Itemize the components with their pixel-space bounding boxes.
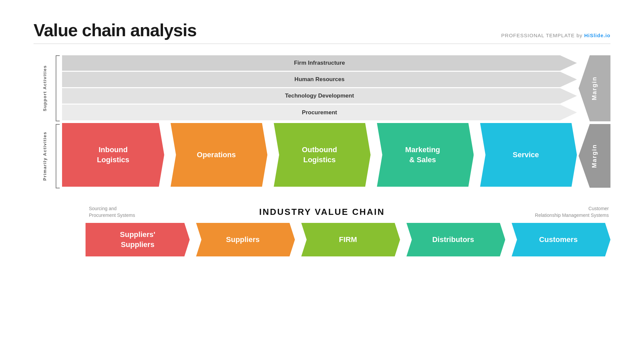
chart-main: Firm Infrastructure Human Resources Tech… [62, 55, 577, 188]
primary-bracket [56, 124, 60, 188]
ic-box-2: Suppliers [191, 223, 295, 256]
support-row-3: Technology Development [62, 88, 577, 104]
support-row-2: Human Resources [62, 72, 577, 87]
primary-box-2-text: Operations [197, 150, 236, 160]
primary-box-1-text: InboundLogistics [97, 145, 129, 165]
support-row-1: Firm Infrastructure [62, 55, 577, 71]
ic-box-5: Customers [506, 223, 610, 256]
primary-bracket-bottom [56, 185, 60, 188]
primary-box-4: Marketing& Sales [372, 123, 474, 187]
support-bracket [56, 55, 60, 121]
support-row-4: Procurement [62, 105, 577, 120]
label-spacer [34, 121, 60, 124]
value-chain-diagram: Support Activities Primarily Activities [34, 55, 610, 188]
header: Value chain analysis PROFESSIONAL TEMPLA… [34, 20, 610, 44]
support-label-section: Support Activities [34, 55, 60, 121]
primary-box-3: OutboundLogistics [268, 123, 371, 187]
industry-labels-row: Sourcing andProcurement Systems INDUSTRY… [34, 205, 610, 220]
crm-label: CustomerRelationship Management Systems [535, 205, 609, 219]
primary-label-section: Primarily Activities [34, 124, 60, 188]
primary-bracket-middle [56, 127, 56, 185]
industry-title: INDUSTRY VALUE CHAIN [259, 207, 385, 217]
template-link[interactable]: HiSlide.io [584, 33, 610, 38]
support-row-1-text: Firm Infrastructure [294, 60, 345, 66]
primary-bracket-top [56, 124, 60, 127]
vc-analysis-block: Support Activities Primarily Activities [34, 55, 610, 188]
support-row-2-text: Human Resources [294, 76, 344, 83]
ic-box-4: Distributors [401, 223, 505, 256]
ic-box-3: FIRM [296, 223, 400, 256]
support-row-3-text: Technology Development [285, 93, 354, 99]
primary-box-3-text: OutboundLogistics [302, 145, 337, 165]
primary-box-2: Operations [165, 123, 268, 187]
support-bars: Firm Infrastructure Human Resources Tech… [62, 55, 577, 120]
ic-box-5-text: Customers [539, 235, 578, 245]
chart-with-margin: Firm Infrastructure Human Resources Tech… [62, 55, 610, 188]
margin-bottom-label: Margin [591, 144, 598, 168]
ic-box-1-text: Suppliers'Suppliers [120, 230, 155, 249]
ic-box-1: Suppliers'Suppliers [86, 223, 190, 256]
template-label: PROFESSIONAL TEMPLATE by HiSlide.io [501, 33, 610, 38]
labels-column: Support Activities Primarily Activities [34, 55, 60, 188]
margin-top-arrow: Margin [579, 55, 610, 121]
primary-box-5-text: Service [513, 150, 539, 160]
industry-chain: Suppliers'Suppliers Suppliers FIRM Distr… [86, 223, 610, 256]
margin-top-label: Margin [591, 76, 598, 100]
primary-bars: InboundLogistics Operations OutboundLogi… [62, 123, 577, 187]
bracket-top [56, 55, 60, 59]
bracket-middle [56, 59, 56, 118]
bracket-bottom [56, 118, 60, 121]
page-title: Value chain analysis [34, 20, 197, 40]
ic-box-3-text: FIRM [339, 235, 357, 245]
margin-arrows: Margin Margin [579, 55, 610, 188]
industry-value-chain-section: Sourcing andProcurement Systems INDUSTRY… [34, 205, 610, 256]
primary-activities-label: Primarily Activities [34, 124, 56, 188]
template-label-text: PROFESSIONAL TEMPLATE by [501, 33, 584, 38]
margin-bottom-arrow: Margin [579, 124, 610, 188]
ic-box-2-text: Suppliers [226, 235, 260, 245]
primary-box-4-text: Marketing& Sales [405, 145, 440, 165]
support-row-4-text: Procurement [302, 109, 337, 116]
support-activities-label: Support Activities [34, 55, 56, 121]
sourcing-label: Sourcing andProcurement Systems [89, 205, 135, 219]
primary-box-1: InboundLogistics [62, 123, 164, 187]
ic-box-4-text: Distributors [432, 235, 474, 245]
primary-box-5: Service [475, 123, 577, 187]
